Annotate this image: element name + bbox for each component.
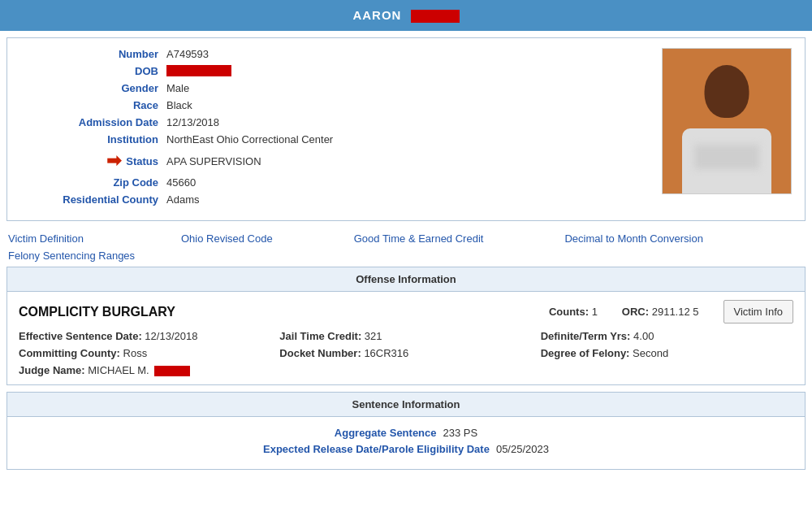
institution-value: NorthEast Ohio Correctional Center <box>166 133 333 145</box>
felony-link2[interactable]: Felony Sentencing Ranges <box>8 250 135 262</box>
number-label: Number <box>20 48 158 60</box>
header-bar: AARON <box>0 0 812 31</box>
degree-of-felony-value: Second <box>633 347 668 359</box>
institution-label: Institution <box>20 133 158 145</box>
dob-redacted <box>166 65 231 76</box>
offense-details: Effective Sentence Date: 12/13/2018 Jail… <box>19 330 793 376</box>
aggregate-sentence-row: Aggregate Sentence 233 PS <box>19 427 793 439</box>
offense-body: COMPLICITY BURGLARY Counts: 1 ORC: 2911.… <box>7 292 805 384</box>
status-value: APA SUPERVISION <box>166 155 261 167</box>
dob-row: DOB <box>20 65 646 77</box>
ohio-revised-code-link2[interactable]: Ohio Revised Code <box>181 232 273 245</box>
gender-label: Gender <box>20 82 158 94</box>
expected-release-row: Expected Release Date/Parole Eligibility… <box>19 443 793 455</box>
links-bar: Victim Definition Ohio Revised Code Good… <box>0 228 812 267</box>
degree-of-felony-label: Degree of Felony: <box>541 347 630 359</box>
offense-section-header: Offense Information <box>7 267 805 292</box>
definite-term-value: 4.00 <box>633 330 654 342</box>
effective-sentence-date-item: Effective Sentence Date: 12/13/2018 <box>19 330 271 342</box>
offense-section: Offense Information COMPLICITY BURGLARY … <box>6 267 806 385</box>
jail-time-credit-item: Jail Time Credit: 321 <box>279 330 532 342</box>
decimal-link2[interactable]: Decimal to Month Conversion <box>564 232 703 245</box>
judge-name-label: Judge Name: <box>19 364 85 376</box>
gender-row: Gender Male <box>20 82 646 94</box>
name-redacted <box>411 10 460 23</box>
orc-label: ORC: <box>622 306 649 318</box>
expected-release-label: Expected Release Date/Parole Eligibility… <box>263 443 490 455</box>
inmate-photo <box>662 48 792 194</box>
judge-name-value: MICHAEL M. <box>88 364 149 376</box>
admission-date-row: Admission Date 12/13/2018 <box>20 116 646 128</box>
offense-meta: Counts: 1 ORC: 2911.12 5 Victim Info <box>549 300 793 323</box>
sentence-section: Sentence Information Aggregate Sentence … <box>6 392 806 470</box>
race-row: Race Black <box>20 99 646 111</box>
inmate-info-left: Number A749593 DOB Gender Male Race Blac… <box>20 48 646 211</box>
docket-number-label: Docket Number: <box>279 347 361 359</box>
institution-row: Institution NorthEast Ohio Correctional … <box>20 133 646 145</box>
status-arrow-icon: ➡ <box>106 150 121 172</box>
status-row: ➡ Status APA SUPERVISION <box>20 150 646 172</box>
aggregate-sentence-value: 233 PS <box>443 427 478 439</box>
sentence-body: Aggregate Sentence 233 PS Expected Relea… <box>7 417 805 469</box>
committing-county-value: Ross <box>123 347 148 359</box>
residential-county-row: Residential County Adams <box>20 193 646 206</box>
victim-info-button[interactable]: Victim Info <box>723 300 793 323</box>
good-time-link2[interactable]: Good Time & Earned Credit <box>354 232 484 245</box>
photo-head <box>705 65 749 118</box>
victim-definition-link2[interactable]: Victim Definition <box>8 232 84 245</box>
residential-county-value: Adams <box>166 193 199 206</box>
committing-county-label: Committing County: <box>19 347 120 359</box>
expected-release-value: 05/25/2023 <box>496 443 549 455</box>
counts-value: 1 <box>592 306 598 318</box>
inmate-name: AARON <box>352 8 401 22</box>
counts-label: Counts: <box>549 306 589 318</box>
sentence-section-header: Sentence Information <box>7 393 805 417</box>
judge-name-item: Judge Name: MICHAEL M. <box>19 364 271 376</box>
admission-date-label: Admission Date <box>20 116 158 128</box>
jail-time-credit-label: Jail Time Credit: <box>279 330 361 342</box>
status-label: ➡ Status <box>20 150 158 172</box>
effective-sentence-date-label: Effective Sentence Date: <box>19 330 142 342</box>
zip-code-row: Zip Code 45660 <box>20 176 646 189</box>
jail-time-credit-value: 321 <box>365 330 382 342</box>
photo-blur <box>694 145 759 169</box>
orc-item: ORC: 2911.12 5 <box>622 306 699 318</box>
zip-code-value: 45660 <box>166 176 196 189</box>
admission-date-value: 12/13/2018 <box>166 116 219 128</box>
counts-item: Counts: 1 <box>549 306 598 318</box>
definite-term-item: Definite/Term Yrs: 4.00 <box>541 330 793 342</box>
docket-number-item: Docket Number: 16CR316 <box>279 347 532 359</box>
race-label: Race <box>20 99 158 111</box>
offense-title-row: COMPLICITY BURGLARY Counts: 1 ORC: 2911.… <box>19 300 793 323</box>
dob-label: DOB <box>20 65 158 77</box>
degree-of-felony-item: Degree of Felony: Second <box>541 347 793 359</box>
photo-silhouette <box>663 49 791 193</box>
judge-name-redacted <box>154 366 190 376</box>
gender-value: Male <box>166 82 189 94</box>
number-row: Number A749593 <box>20 48 646 60</box>
inmate-info-section: Number A749593 DOB Gender Male Race Blac… <box>6 37 806 221</box>
zip-code-label: Zip Code <box>20 176 158 189</box>
offense-name: COMPLICITY BURGLARY <box>19 305 175 319</box>
number-value: A749593 <box>166 48 209 60</box>
race-value: Black <box>166 99 192 111</box>
docket-number-value: 16CR316 <box>364 347 408 359</box>
residential-county-label: Residential County <box>20 193 158 206</box>
definite-term-label: Definite/Term Yrs: <box>541 330 631 342</box>
effective-sentence-date-value: 12/13/2018 <box>145 330 197 342</box>
orc-value: 2911.12 5 <box>652 306 699 318</box>
committing-county-item: Committing County: Ross <box>19 347 271 359</box>
aggregate-sentence-label: Aggregate Sentence <box>335 427 437 439</box>
